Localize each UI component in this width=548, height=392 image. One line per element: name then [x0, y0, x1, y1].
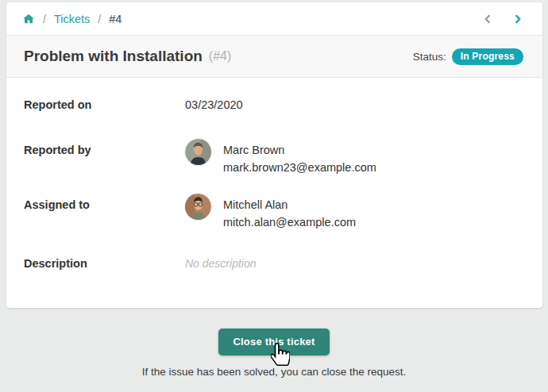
reported-on-label: Reported on: [24, 97, 185, 113]
breadcrumb: / Tickets / #4: [6, 2, 542, 36]
ticket-details: Reported on 03/23/2020 Reported by Marc …: [6, 78, 542, 271]
reporter-avatar: [185, 139, 211, 165]
chevron-right-icon[interactable]: [512, 13, 523, 25]
page-title: Problem with Installation: [24, 48, 203, 65]
breadcrumb-tickets-link[interactable]: Tickets: [54, 13, 90, 25]
reported-by-row: Reported by Marc Brown mark.brown23@exam…: [24, 142, 525, 176]
status-wrap: Status: In Progress: [413, 48, 525, 65]
ticket-card: / Tickets / #4 Problem with Installation…: [6, 2, 542, 308]
assigned-to-row: Assigned to Mitchell Alan: [24, 197, 525, 231]
close-ticket-hint: If the issue has been solved, you can cl…: [0, 366, 548, 378]
chevron-left-icon[interactable]: [482, 13, 493, 25]
close-ticket-button[interactable]: Close this ticket: [218, 329, 329, 355]
reporter-person: Marc Brown mark.brown23@example.com: [185, 142, 376, 176]
close-button-wrap: Close this ticket: [218, 329, 329, 355]
assignee-name: Mitchell Alan: [223, 197, 356, 213]
home-icon[interactable]: [22, 13, 35, 25]
assigned-to-label: Assigned to: [24, 197, 185, 213]
breadcrumb-separator: /: [98, 13, 101, 25]
assignee-info: Mitchell Alan mitch.alan@example.com: [223, 197, 356, 231]
card-footer-area: Close this ticket If the issue has been …: [0, 308, 548, 378]
assignee-email: mitch.alan@example.com: [223, 213, 356, 231]
ticket-nav-arrows: [482, 13, 527, 25]
reporter-email: mark.brown23@example.com: [223, 159, 376, 176]
breadcrumb-current-ticket: #4: [109, 13, 122, 25]
ticket-number: (#4): [209, 49, 231, 63]
status-badge: In Progress: [452, 48, 523, 65]
breadcrumb-separator: /: [43, 13, 46, 25]
assignee-person: Mitchell Alan mitch.alan@example.com: [185, 197, 356, 231]
description-value: No description: [185, 256, 257, 271]
assignee-avatar: [185, 194, 211, 220]
reported-on-row: Reported on 03/23/2020: [24, 97, 525, 113]
description-label: Description: [24, 256, 185, 271]
reported-by-label: Reported by: [24, 142, 185, 158]
reporter-name: Marc Brown: [223, 142, 376, 159]
description-row: Description No description: [24, 256, 525, 271]
ticket-header: Problem with Installation (#4) Status: I…: [6, 36, 542, 78]
status-label: Status:: [413, 51, 446, 63]
reporter-info: Marc Brown mark.brown23@example.com: [223, 142, 376, 176]
reported-on-value: 03/23/2020: [185, 97, 243, 113]
